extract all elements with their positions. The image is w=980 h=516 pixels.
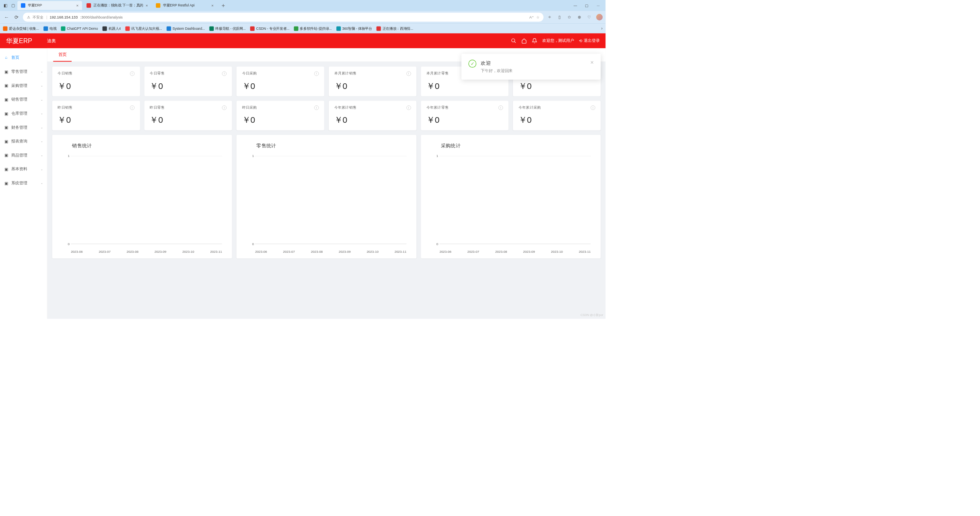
welcome-notification: ✓ 欢迎 下午好，欢迎回来 ✕ <box>461 54 601 79</box>
info-icon[interactable]: i <box>314 71 319 76</box>
x-tick: 2023-09 <box>523 250 535 253</box>
sidebar-item-label: 基本资料 <box>11 167 27 172</box>
sidebar-item[interactable]: ▣ 基本资料 ⌄ <box>0 162 47 176</box>
sidebar-item[interactable]: ▣ 报表查询 ⌄ <box>0 134 47 149</box>
bookmark-item[interactable]: 爱达杂货铺 | 收集... <box>3 26 39 31</box>
stat-card-value: ￥0 <box>519 114 595 126</box>
success-icon: ✓ <box>468 60 476 68</box>
gridline <box>439 156 591 156</box>
info-icon[interactable]: i <box>222 71 226 76</box>
x-tick: 2023-09 <box>154 250 166 253</box>
favorite-icon[interactable]: ☆ <box>536 15 539 19</box>
bookmark-item[interactable]: 多多软件站-提供绿... <box>294 26 332 31</box>
gridline <box>71 156 222 156</box>
extensions-icon[interactable]: ✧ <box>546 14 552 20</box>
axis-line <box>439 244 591 244</box>
bookmark-item[interactable]: 机器人4 <box>103 26 121 31</box>
stat-card-value: ￥0 <box>150 114 226 126</box>
read-aloud-icon[interactable]: A⁺ <box>529 15 534 19</box>
chart-title: 采购统计 <box>441 142 591 149</box>
downloads-icon[interactable]: ⊕ <box>576 14 583 20</box>
info-icon[interactable]: i <box>406 71 411 76</box>
bookmarks-more-icon[interactable]: › <box>601 26 603 31</box>
sidebar-item-icon: ▣ <box>4 139 8 144</box>
sidebar-item[interactable]: ▣ 商品管理 ⌄ <box>0 148 47 162</box>
performance-icon[interactable]: ♡ <box>586 14 592 20</box>
stat-card: 今日采购 i ￥0 <box>237 67 324 97</box>
bookmark-item[interactable]: 正在播放：西海情... <box>377 26 413 31</box>
sidebar-item[interactable]: ▣ 零售管理 ⌄ <box>0 65 47 79</box>
x-tick: 2023-10 <box>551 250 563 253</box>
notification-close-icon[interactable]: ✕ <box>590 60 594 74</box>
info-icon[interactable]: i <box>591 105 595 110</box>
x-axis: 2023-062023-072023-082023-092023-102023-… <box>439 250 591 253</box>
bookmark-favicon-icon <box>43 26 48 31</box>
info-icon[interactable]: i <box>314 105 319 110</box>
bookmark-favicon-icon <box>167 26 171 31</box>
minimize-button[interactable]: — <box>570 4 581 8</box>
info-icon[interactable]: i <box>406 105 411 110</box>
sidepanel-icon[interactable]: ◧ <box>2 2 8 8</box>
back-button[interactable]: ← <box>3 14 10 21</box>
browser-tab[interactable]: 正在播放：独角戏 下一首：真的 × <box>83 1 151 10</box>
url-path: :3000/dashboard/analysis <box>80 15 123 19</box>
bookmark-item[interactable]: 终极导航 - 优质网... <box>210 26 246 31</box>
bookmark-favicon-icon <box>103 26 107 31</box>
chevron-down-icon: ⌄ <box>41 153 43 157</box>
bookmark-label: CSDN - 专业开发者... <box>256 26 290 31</box>
sidebar-item[interactable]: ▣ 仓库管理 ⌄ <box>0 107 47 121</box>
tab-title: 正在播放：独角戏 下一首：真的 <box>93 3 143 8</box>
chart-title: 零售统计 <box>256 142 406 149</box>
bookmark-item[interactable]: CSDN - 专业开发者... <box>250 26 290 31</box>
profile-avatar[interactable] <box>596 14 603 21</box>
bell-icon[interactable] <box>532 38 537 44</box>
new-tab-button[interactable]: ＋ <box>218 2 228 9</box>
maximize-button[interactable]: ▢ <box>582 4 592 8</box>
sidebar-item[interactable]: ⌂ 首页 <box>0 51 47 65</box>
favorites-icon[interactable]: ✩ <box>566 14 572 20</box>
sidebar-item[interactable]: ▣ 财务管理 ⌄ <box>0 120 47 134</box>
url-input[interactable]: ⚠ 不安全 | 192.168.154.133:3000/dashboard/a… <box>23 13 544 22</box>
info-icon[interactable]: i <box>130 71 134 76</box>
url-host: 192.168.154.133 <box>50 15 78 19</box>
bookmark-favicon-icon <box>377 26 381 31</box>
sidebar-item[interactable]: ▣ 系统管理 ⌄ <box>0 176 47 190</box>
chart-card: 采购统计 1 0 2023-062023-072023-082023-09202… <box>421 135 601 258</box>
sidebar-item[interactable]: ▣ 采购管理 ⌄ <box>0 78 47 93</box>
close-window-button[interactable]: ··· <box>593 4 603 8</box>
tab-close-icon[interactable]: × <box>76 3 79 8</box>
x-tick: 2023-08 <box>311 250 323 253</box>
insecure-icon: ⚠ <box>27 15 30 19</box>
info-icon[interactable]: i <box>222 105 226 110</box>
info-icon[interactable]: i <box>130 105 134 110</box>
page-tab-home[interactable]: 首页 <box>53 48 72 62</box>
stat-card-title: 今日零售 <box>150 71 165 76</box>
browser-tab[interactable]: 华夏ERP × <box>17 1 82 10</box>
sidebar-item-label: 销售管理 <box>11 97 27 102</box>
stat-card: 昨日销售 i ￥0 <box>52 101 140 130</box>
stat-card-value: ￥0 <box>334 114 411 126</box>
browser-tab[interactable]: 华夏ERP Restful Api × <box>152 1 217 10</box>
stat-card: 今年累计零售 i ￥0 <box>421 101 509 130</box>
sidebar-item-label: 采购管理 <box>11 83 27 88</box>
search-icon[interactable] <box>511 38 517 44</box>
tab-close-icon[interactable]: × <box>211 3 214 8</box>
refresh-button[interactable]: ⟳ <box>13 14 20 21</box>
app-nav-item[interactable]: 迪奥 <box>47 38 56 44</box>
x-tick: 2023-11 <box>579 250 591 253</box>
tab-close-icon[interactable]: × <box>146 3 148 8</box>
bookmark-item[interactable]: 360智脑 - 体验平台 <box>336 26 372 31</box>
bookmark-item[interactable]: 电视 <box>43 26 56 31</box>
sidebar-item[interactable]: ▣ 销售管理 ⌄ <box>0 93 47 107</box>
bookmark-item[interactable]: 讯飞星火认知大模... <box>125 26 162 31</box>
collections-icon[interactable]: ▯ <box>556 14 562 20</box>
charts-row: 销售统计 1 0 2023-062023-072023-082023-09202… <box>52 135 601 258</box>
info-icon[interactable]: i <box>498 105 503 110</box>
sidebar-item-label: 报表查询 <box>11 139 27 144</box>
home-icon[interactable] <box>521 38 527 44</box>
bookmark-item[interactable]: System Dashboard... <box>167 26 205 31</box>
logout-link[interactable]: ⟲ 退出登录 <box>579 38 599 43</box>
tabs-icon[interactable]: ▢ <box>10 2 16 8</box>
chart-card: 零售统计 1 0 2023-062023-072023-082023-09202… <box>237 135 416 258</box>
bookmark-item[interactable]: ChatGPT API Demo <box>61 26 98 31</box>
